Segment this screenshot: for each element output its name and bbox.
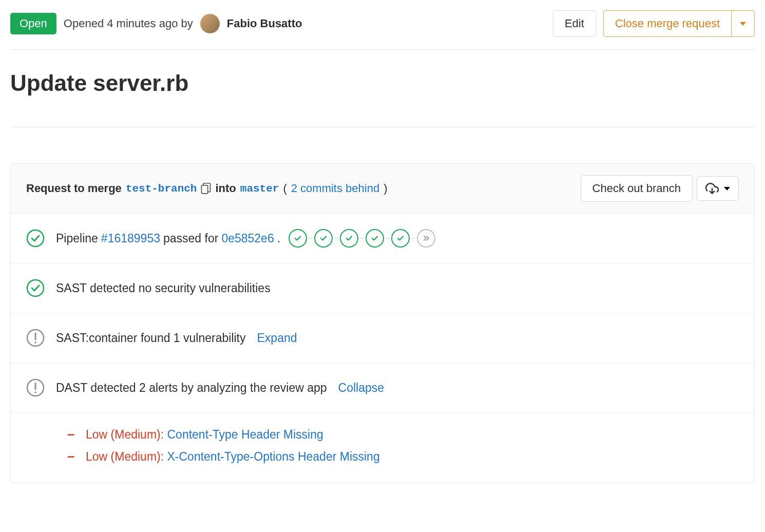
download-icon [705, 182, 719, 195]
svg-point-8 [34, 391, 36, 393]
pipeline-suffix: . [277, 232, 280, 245]
alert-severity: Low (Medium): [86, 450, 164, 463]
opened-at-text: Opened 4 minutes ago by [64, 17, 193, 30]
svg-rect-0 [202, 185, 208, 194]
alert-name-link[interactable]: Content-Type Header Missing [167, 428, 323, 441]
into-label: into [215, 182, 236, 195]
stage-success-icon[interactable] [314, 229, 333, 248]
sast-container-row: SAST:container found 1 vulnerability Exp… [11, 313, 754, 363]
sast-container-warning-icon [26, 329, 45, 347]
pipeline-prefix: Pipeline [56, 232, 98, 245]
copy-branch-icon[interactable] [201, 183, 211, 194]
dast-collapse-link[interactable]: Collapse [338, 381, 385, 395]
dast-msg: DAST detected 2 alerts by analyzing the … [56, 381, 327, 395]
stage-success-icon[interactable] [340, 229, 358, 248]
caret-down-icon [724, 187, 730, 191]
pipeline-text: Pipeline #16189953 passed for 0e5852e6. [56, 229, 435, 248]
dast-text: DAST detected 2 alerts by analyzing the … [56, 381, 384, 395]
commit-sha-link[interactable]: 0e5852e6 [221, 232, 274, 245]
author-name-link[interactable]: Fabio Busatto [227, 17, 302, 30]
mr-header: Open Opened 4 minutes ago by Fabio Busat… [10, 10, 755, 50]
sast-container-expand-link[interactable]: Expand [257, 331, 297, 345]
svg-point-5 [34, 341, 36, 344]
sast-row: SAST detected no security vulnerabilitie… [11, 263, 754, 313]
pipeline-status-text: passed for [163, 232, 218, 245]
alert-severity: Low (Medium): [86, 428, 164, 441]
caret-down-icon [740, 22, 746, 26]
sast-container-msg: SAST:container found 1 vulnerability [56, 331, 246, 345]
dast-alert-item: – Low (Medium): Content-Type Header Miss… [67, 423, 739, 445]
stage-success-icon[interactable] [366, 229, 384, 248]
close-mr-button-group: Close merge request [603, 10, 755, 37]
behind-paren-open: ( [283, 182, 286, 195]
behind-paren-close: ) [384, 182, 387, 195]
dast-row: DAST detected 2 alerts by analyzing the … [11, 363, 754, 412]
source-branch-link[interactable]: test-branch [126, 183, 197, 195]
status-badge: Open [10, 13, 56, 34]
sast-container-text: SAST:container found 1 vulnerability Exp… [56, 331, 297, 345]
dast-alert-item: – Low (Medium): X-Content-Type-Options H… [67, 445, 739, 467]
svg-point-1 [27, 230, 44, 246]
pipeline-stages [289, 229, 435, 248]
mr-title: Update server.rb [10, 70, 755, 127]
pipeline-id-link[interactable]: #16189953 [101, 232, 160, 245]
mr-widget: Request to merge test-branch into master… [10, 163, 755, 483]
edit-button[interactable]: Edit [553, 10, 596, 37]
sast-text: SAST detected no security vulnerabilitie… [56, 281, 271, 295]
pipeline-row: Pipeline #16189953 passed for 0e5852e6. [11, 214, 754, 263]
close-mr-button[interactable]: Close merge request [603, 10, 731, 37]
more-stages-icon[interactable] [417, 229, 435, 248]
mr-widget-header: Request to merge test-branch into master… [11, 164, 754, 214]
sast-status-success-icon [26, 279, 45, 297]
stage-success-icon[interactable] [289, 229, 307, 248]
close-mr-dropdown-toggle[interactable] [731, 10, 755, 37]
minus-icon: – [67, 448, 78, 464]
svg-point-2 [27, 280, 44, 296]
pipeline-status-success-icon [26, 229, 45, 248]
minus-icon: – [67, 426, 78, 442]
download-dropdown[interactable] [697, 176, 739, 201]
request-to-merge-label: Request to merge [26, 182, 122, 195]
author-avatar[interactable] [200, 14, 220, 33]
stage-success-icon[interactable] [391, 229, 410, 248]
commits-behind-link[interactable]: 2 commits behind [291, 182, 379, 195]
dast-alert-list: – Low (Medium): Content-Type Header Miss… [11, 412, 754, 483]
dast-warning-icon [26, 378, 45, 397]
checkout-branch-button[interactable]: Check out branch [581, 175, 693, 202]
alert-name-link[interactable]: X-Content-Type-Options Header Missing [167, 450, 380, 463]
target-branch-link[interactable]: master [240, 183, 279, 195]
